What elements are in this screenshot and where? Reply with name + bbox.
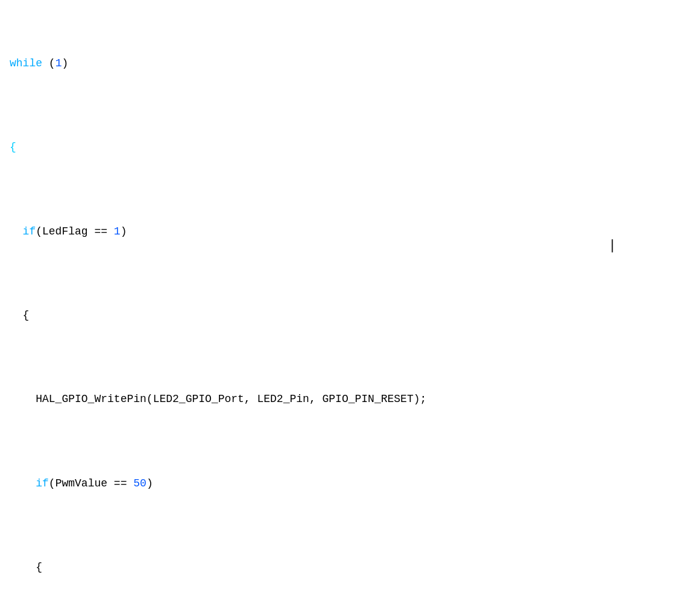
number-token: 50 — [133, 477, 147, 489]
code-line: if(PwmValue == 50) — [10, 476, 687, 492]
code-line: HAL_GPIO_WritePin(LED2_GPIO_Port, LED2_P… — [10, 391, 687, 408]
code-editor[interactable]: while (1) { if(LedFlag == 1) { HAL_GPIO_… — [0, 0, 697, 616]
brace-token: { — [10, 141, 16, 153]
plain-token — [10, 225, 23, 237]
text-cursor: ∣ — [609, 235, 616, 256]
code-line: { — [10, 139, 687, 156]
code-line: while (1) — [10, 55, 687, 72]
plain-token: ( — [42, 57, 55, 69]
plain-token — [10, 477, 36, 489]
plain-token: (PwmValue == — [49, 477, 133, 489]
plain-token: ) — [147, 477, 153, 489]
code-line: { — [10, 307, 687, 324]
plain-token: ) — [62, 57, 68, 69]
code-line: { — [10, 559, 687, 576]
keyword-token: while — [10, 57, 42, 69]
plain-token: { — [10, 309, 29, 321]
plain-token: HAL_GPIO_WritePin(LED2_GPIO_Port, LED2_P… — [10, 393, 426, 405]
plain-token: ) — [121, 225, 127, 237]
keyword-token: if — [36, 477, 49, 489]
keyword-token: if — [23, 225, 36, 237]
code-line: if(LedFlag == 1) — [10, 224, 687, 240]
number-token: 1 — [55, 57, 62, 69]
plain-token: { — [10, 561, 42, 573]
plain-token: (LedFlag == — [36, 225, 114, 237]
number-token: 1 — [114, 225, 121, 237]
